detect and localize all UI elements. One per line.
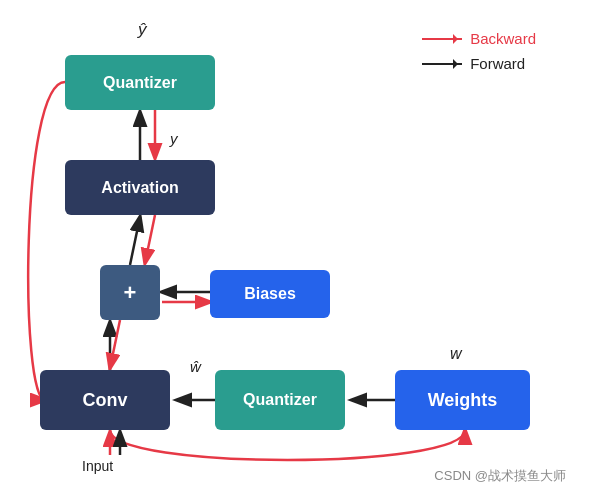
quantizer-top-box: Quantizer bbox=[65, 55, 215, 110]
y-label: y bbox=[170, 130, 178, 147]
forward-legend-item: Forward bbox=[422, 55, 536, 72]
plus-label: + bbox=[124, 280, 137, 306]
activation-label: Activation bbox=[101, 179, 178, 197]
diagram-container: Quantizer ŷ y Activation + Biases Conv Q… bbox=[0, 0, 596, 500]
forward-legend-line bbox=[422, 63, 462, 65]
forward-legend-label: Forward bbox=[470, 55, 525, 72]
svg-line-5 bbox=[110, 320, 120, 368]
w-hat-label: ŵ bbox=[190, 358, 201, 375]
svg-line-1 bbox=[130, 217, 140, 265]
conv-box: Conv bbox=[40, 370, 170, 430]
quantizer-top-label: Quantizer bbox=[103, 74, 177, 92]
quantizer-mid-box: Quantizer bbox=[215, 370, 345, 430]
backward-legend-item: Backward bbox=[422, 30, 536, 47]
weights-label: Weights bbox=[428, 390, 498, 411]
activation-box: Activation bbox=[65, 160, 215, 215]
backward-legend-line bbox=[422, 38, 462, 40]
weights-box: Weights bbox=[395, 370, 530, 430]
biases-label: Biases bbox=[244, 285, 296, 303]
quantizer-mid-label: Quantizer bbox=[243, 391, 317, 409]
conv-label: Conv bbox=[83, 390, 128, 411]
watermark: CSDN @战术摸鱼大师 bbox=[434, 467, 566, 485]
biases-box: Biases bbox=[210, 270, 330, 318]
plus-box: + bbox=[100, 265, 160, 320]
y-hat-label: ŷ bbox=[138, 20, 147, 40]
backward-legend-label: Backward bbox=[470, 30, 536, 47]
legend: Backward Forward bbox=[422, 30, 536, 80]
svg-line-4 bbox=[145, 215, 155, 263]
w-label: w bbox=[450, 345, 462, 363]
input-label: Input bbox=[82, 458, 113, 474]
